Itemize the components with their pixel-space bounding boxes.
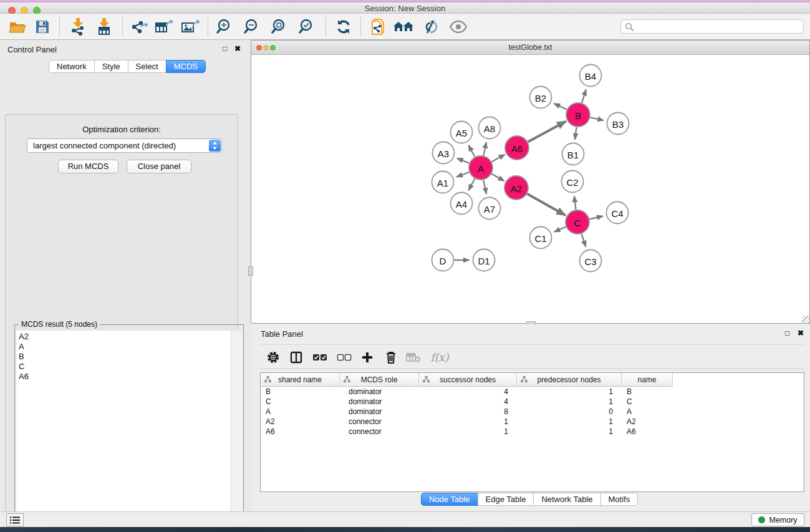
table-row[interactable]: A6connector11A6 bbox=[261, 427, 804, 437]
column-header-MCDS-role[interactable]: MCDS role bbox=[340, 373, 419, 387]
graph-edge-A-A2[interactable] bbox=[491, 174, 504, 181]
mcds-result-item[interactable]: A2 bbox=[16, 332, 231, 342]
graph-edge-A-A1[interactable] bbox=[456, 172, 469, 177]
float-panel-icon[interactable]: □ bbox=[223, 44, 227, 53]
graph-edge-A-A7[interactable] bbox=[483, 180, 486, 194]
zoom-fit-icon[interactable] bbox=[269, 17, 291, 37]
graph-node-label-C2: C2 bbox=[566, 177, 578, 188]
table-tabs: Node TableEdge TableNetwork TableMotifs bbox=[421, 493, 638, 506]
session-from-network-icon[interactable] bbox=[367, 17, 388, 37]
graph-edge-B-B1[interactable] bbox=[575, 127, 577, 140]
splitter-handle[interactable] bbox=[248, 266, 253, 276]
application-window: Session: New Session bbox=[0, 0, 810, 532]
mcds-result-item[interactable]: C bbox=[16, 362, 231, 372]
network-canvas[interactable]: AA1A2A3A4A5A6A7A8BB1B2B3B4CC1C2C3C4DD1 bbox=[251, 55, 809, 323]
dropdown-value: largest connected component (directed) bbox=[33, 141, 176, 150]
main-toolbar bbox=[0, 14, 810, 40]
mcds-result-item[interactable]: B bbox=[16, 352, 231, 362]
add-column-icon[interactable] bbox=[357, 347, 377, 367]
column-header-name[interactable]: name bbox=[622, 373, 673, 387]
task-history-button[interactable] bbox=[6, 513, 24, 526]
table-row[interactable]: Bdominator41B bbox=[261, 387, 804, 397]
table-cell: 8 bbox=[419, 407, 517, 417]
graph-edge-A6-B[interactable] bbox=[528, 121, 566, 142]
import-network-icon[interactable] bbox=[67, 17, 89, 37]
table-cell: 1 bbox=[419, 427, 517, 437]
mcds-result-item[interactable]: A bbox=[16, 342, 231, 352]
close-panel-icon[interactable]: ✖ bbox=[798, 329, 804, 337]
graph-edge-A-A3[interactable] bbox=[457, 158, 470, 163]
column-selector-icon[interactable] bbox=[286, 347, 306, 367]
mcds-result-item[interactable]: A6 bbox=[16, 372, 231, 382]
hide-details-icon[interactable] bbox=[420, 17, 441, 37]
refresh-icon[interactable] bbox=[333, 17, 354, 37]
graph-edge-B-B4[interactable] bbox=[582, 89, 586, 103]
close-panel-button[interactable]: Close panel bbox=[127, 160, 191, 173]
float-panel-icon[interactable]: □ bbox=[785, 329, 789, 337]
tab-node-table[interactable]: Node Table bbox=[421, 493, 478, 506]
network-graph[interactable]: AA1A2A3A4A5A6A7A8BB1B2B3B4CC1C2C3C4DD1 bbox=[251, 55, 809, 323]
memory-button[interactable]: Memory bbox=[751, 513, 804, 526]
import-table-icon[interactable] bbox=[94, 17, 115, 37]
graph-edge-C-C3[interactable] bbox=[581, 234, 586, 247]
table-row[interactable]: A2connector11A2 bbox=[261, 417, 804, 427]
column-header-shared-name[interactable]: shared name bbox=[261, 373, 340, 387]
function-builder-button[interactable]: f(x) bbox=[427, 347, 452, 367]
graph-node-label-A1: A1 bbox=[437, 178, 448, 188]
table-row[interactable]: Adominator80A bbox=[261, 407, 804, 417]
deselect-all-icon[interactable] bbox=[334, 347, 354, 367]
delete-column-icon[interactable] bbox=[381, 347, 401, 367]
graph-edge-B-B2[interactable] bbox=[554, 104, 567, 110]
select-all-icon[interactable] bbox=[310, 347, 330, 367]
column-header-successor-nodes[interactable]: successor nodes bbox=[419, 373, 517, 387]
graph-edge-A-A8[interactable] bbox=[483, 142, 486, 156]
delete-table-icon bbox=[403, 347, 423, 367]
graph-edge-A-A4[interactable] bbox=[468, 179, 475, 191]
graph-edge-A2-C[interactable] bbox=[527, 194, 565, 215]
zoom-selected-icon[interactable] bbox=[297, 17, 318, 37]
tab-mcds[interactable]: MCDS bbox=[166, 60, 206, 73]
control-panel-tabs: NetworkStyleSelectMCDS bbox=[49, 60, 206, 73]
network-window-titlebar[interactable]: testGlobe.txt bbox=[251, 41, 809, 55]
mcds-result-box: MCDS result (5 nodes) A2ABCA6 bbox=[14, 324, 244, 532]
graph-edge-C-C2[interactable] bbox=[574, 196, 576, 210]
open-session-icon[interactable] bbox=[7, 17, 28, 37]
save-session-icon[interactable] bbox=[32, 17, 53, 37]
column-header-predecessor-nodes[interactable]: predecessor nodes bbox=[517, 373, 622, 387]
table-cell: 1 bbox=[419, 417, 517, 427]
export-table-icon[interactable] bbox=[153, 17, 175, 37]
tab-network-table[interactable]: Network Table bbox=[533, 493, 600, 506]
graph-edge-A-A6[interactable] bbox=[492, 155, 505, 162]
graph-edge-C-C4[interactable] bbox=[589, 216, 603, 219]
zoom-out-icon[interactable] bbox=[242, 17, 263, 37]
eye-icon[interactable] bbox=[448, 17, 469, 37]
tab-style[interactable]: Style bbox=[94, 60, 128, 73]
resize-grip[interactable] bbox=[802, 316, 809, 323]
table-cell: 1 bbox=[517, 387, 622, 397]
settings-gear-icon[interactable] bbox=[263, 347, 283, 367]
home-icon[interactable] bbox=[393, 17, 414, 37]
status-bar: Memory bbox=[0, 511, 810, 527]
graph-node-label-D1: D1 bbox=[478, 256, 489, 266]
export-image-icon[interactable] bbox=[180, 17, 201, 37]
tab-network[interactable]: Network bbox=[49, 60, 95, 73]
graph-node-label-B2: B2 bbox=[535, 93, 546, 104]
mcds-result-scrollbar[interactable] bbox=[231, 331, 242, 532]
optimization-criterion-dropdown[interactable]: largest connected component (directed) bbox=[27, 138, 222, 153]
table-row[interactable]: Cdominator41C bbox=[261, 397, 804, 407]
tab-edge-table[interactable]: Edge Table bbox=[478, 493, 534, 506]
graph-edge-B-B3[interactable] bbox=[591, 117, 604, 120]
graph-edge-A-A5[interactable] bbox=[468, 145, 475, 157]
graph-node-label-A: A bbox=[478, 163, 484, 174]
tab-motifs[interactable]: Motifs bbox=[600, 493, 639, 506]
search-input[interactable] bbox=[637, 21, 799, 32]
zoom-in-icon[interactable] bbox=[215, 17, 236, 37]
tab-select[interactable]: Select bbox=[128, 60, 166, 73]
close-panel-icon[interactable]: ✖ bbox=[234, 44, 241, 53]
graph-edge-C-C1[interactable] bbox=[554, 227, 566, 232]
table-body: Bdominator41BCdominator41CAdominator80AA… bbox=[261, 387, 804, 491]
run-mcds-button[interactable]: Run MCDS bbox=[58, 160, 118, 173]
graph-node-label-A4: A4 bbox=[456, 199, 467, 210]
mcds-panel: Optimization criterion: largest connecte… bbox=[5, 114, 238, 532]
export-network-icon[interactable] bbox=[128, 17, 150, 37]
